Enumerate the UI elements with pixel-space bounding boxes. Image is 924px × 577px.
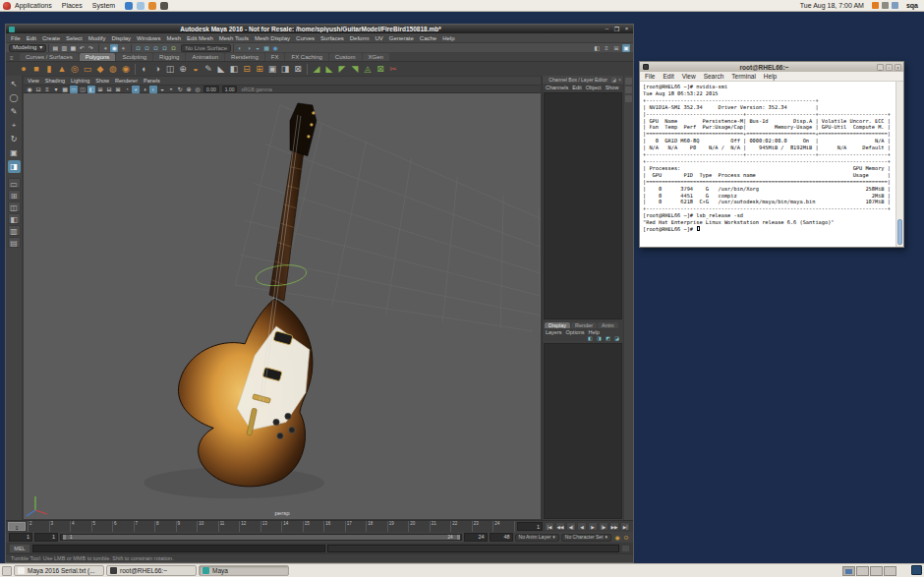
channel-box-menu-edit[interactable]: Edit [572,85,581,90]
sculpt-icon[interactable]: ◢ [311,63,322,75]
move-layer-up-icon[interactable]: ◩ [605,335,611,341]
frame-tick-16[interactable]: 16 [324,521,346,532]
help-globe-icon[interactable] [137,2,144,10]
layer-menu-options[interactable]: Options [566,329,585,335]
poly-disc-icon[interactable]: ◆ [94,63,106,75]
animation-preferences-icon[interactable]: ⊙ [622,534,630,542]
taskbar-button-maya-2016-serial-txt[interactable]: Maya 2016 Serial.txt (... [14,565,104,576]
frame-tick-11[interactable]: 11 [219,521,241,532]
maya-menu-help[interactable]: Help [442,35,454,41]
range-slider-bar[interactable]: 1 24 [66,535,457,540]
camera-attributes-icon[interactable]: ≡ [43,86,51,93]
playback-start-field[interactable]: 1 [34,533,58,542]
image-plane-icon[interactable]: ▦ [61,86,69,93]
current-frame-field[interactable]: 1 [517,522,543,531]
play-backwards-button[interactable]: ◀ [577,522,587,531]
panel-menu-system[interactable]: System [92,2,115,9]
poly-cone-icon[interactable]: ▲ [56,63,68,75]
step-fwd-key-button[interactable]: |▶ [599,522,608,531]
viewport-menu-renderer[interactable]: Renderer [115,78,138,84]
combine-icon[interactable]: ◐ [139,63,150,75]
launch-render-icon[interactable]: ◉ [271,44,279,52]
viewport-menu-show[interactable]: Show [95,78,109,84]
maya-menu-deform[interactable]: Deform [350,35,370,41]
frame-tick-23[interactable]: 23 [473,521,494,532]
terminal-body[interactable]: [root@RHEL66 ~]# nvidia-smiTue Aug 18 06… [640,82,903,247]
snap-curve-icon[interactable]: Ω [143,44,150,52]
terminal-launcher-icon[interactable] [160,2,168,10]
ipr-render-icon[interactable]: ◒ [254,44,261,52]
shelf-tab-curves-surfaces[interactable]: Curves / Surfaces [20,53,79,61]
range-handle-left[interactable] [63,535,66,540]
play-forwards-button[interactable]: ▶ [588,522,598,531]
render-settings-icon[interactable]: ▦ [262,44,270,52]
channel-box-menu-object[interactable]: Object [586,85,602,90]
trash-applet[interactable] [911,565,922,575]
outliner-persp-layout[interactable]: ◧ [8,213,21,224]
shelf-collapse-icon[interactable]: ≡ [10,55,17,61]
poly-torus-icon[interactable]: ◎ [69,63,81,75]
frame-tick-6[interactable]: 6 [113,521,135,532]
viewport-menu-view[interactable]: View [28,78,39,84]
safe-title-icon[interactable]: ⊠ [114,86,122,93]
volume-icon[interactable] [882,2,889,9]
render-view-icon[interactable]: ◐ [236,44,244,52]
maya-menu-mesh-display[interactable]: Mesh Display [255,35,290,41]
go-to-start-button[interactable]: |◀ [545,522,554,531]
frame-tick-14[interactable]: 14 [282,521,304,532]
frame-tick-19[interactable]: 19 [388,521,410,532]
maya-title-bar[interactable]: Autodesk Maya 2016 - Not for Resale: /ho… [6,25,633,33]
open-scene-icon[interactable]: ▥ [60,44,68,52]
textured-icon[interactable]: ◑ [141,86,148,93]
xray-icon[interactable]: ◎ [194,86,202,93]
channel-box-toggle-icon[interactable]: ▣ [622,44,630,52]
auto-keyframe-icon[interactable]: ◉ [613,534,621,542]
scale-tool[interactable]: ▣ [8,146,21,159]
playback-end-field[interactable]: 24 [464,533,488,542]
terminal-menu-terminal[interactable]: Terminal [731,73,756,80]
maya-menu-modify[interactable]: Modify [88,35,106,41]
workspace-1[interactable] [842,566,855,576]
frame-tick-2[interactable]: 2 [29,521,50,532]
time-slider-ticks[interactable]: 1 23456789101112131415161718192021222324 [28,521,515,532]
taskbar-button-root-rhel66[interactable]: root@RHEL66:~ [106,565,197,576]
two-pane-side-layout[interactable]: ◫ [8,202,21,212]
channel-list-empty[interactable] [544,92,622,319]
clock-applet[interactable]: Tue Aug 18, 7:00 AM [800,2,864,9]
grab-icon[interactable]: ◥ [349,63,361,75]
step-fwd-frame-button[interactable]: ▶▶ [609,522,619,531]
gamma-field[interactable]: 1.00 [222,86,238,92]
go-to-end-button[interactable]: ▶| [620,522,630,531]
poly-plane-icon[interactable]: ▭ [82,63,93,75]
undo-icon[interactable]: ↶ [78,44,86,52]
viewport-menu-panels[interactable]: Panels [144,78,160,84]
terminal-menu-view[interactable]: View [682,73,696,80]
maya-menu-surfaces[interactable]: Surfaces [320,35,344,41]
channel-box-tab-icon[interactable] [625,95,632,102]
safe-action-icon[interactable]: ⊟ [105,86,113,93]
render-current-icon[interactable]: ◑ [245,44,253,52]
maya-menu-cache[interactable]: Cache [420,35,436,41]
quad-draw-icon[interactable]: ▣ [266,63,278,75]
viewport-canvas[interactable]: persp [24,93,541,519]
split-horizontal-layout[interactable]: ▥ [8,225,21,236]
paint-select-tool[interactable]: ✎ [8,105,21,118]
show-desktop-button[interactable] [2,566,12,576]
frame-tick-15[interactable]: 15 [304,521,325,532]
single-pane-layout[interactable]: ▭ [8,178,21,189]
bevel-icon[interactable]: ◧ [228,63,240,75]
sidebar-toggle-icon[interactable]: ◧ [593,44,601,52]
update-icon[interactable] [872,2,879,9]
redhat-menu-icon[interactable] [3,2,11,10]
terminal-scrollbar[interactable] [895,82,903,247]
extrude-icon[interactable]: ⊞ [254,63,265,75]
make-live-icon[interactable]: Ω [169,44,177,52]
four-pane-layout[interactable]: ⊞ [8,190,21,201]
multisample-icon[interactable]: ⊕ [185,86,193,93]
mel-toggle-button[interactable]: MEL [9,544,30,553]
terminal-title-bar[interactable]: root@RHEL66:~ _▫× [640,62,903,72]
minimize-button[interactable]: _ [877,64,884,71]
frame-tick-3[interactable]: 3 [50,521,72,532]
close-panel-icon[interactable]: × [618,77,621,83]
frame-tick-21[interactable]: 21 [431,521,452,532]
